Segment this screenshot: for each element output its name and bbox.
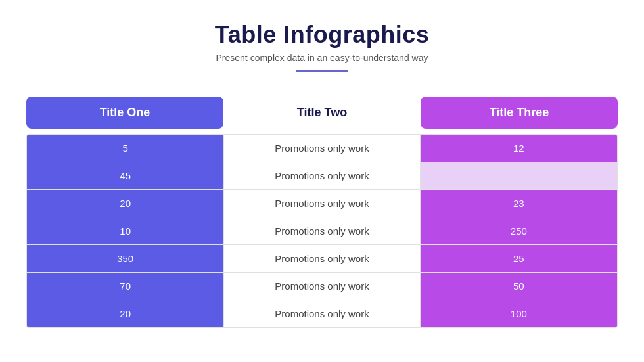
column-header-two: Title Two bbox=[223, 97, 421, 129]
table-row: 20Promotions only work100 bbox=[27, 300, 617, 327]
cell-col3: 50 bbox=[421, 273, 617, 300]
table-row: 45Promotions only work bbox=[27, 162, 617, 190]
cell-col2: Promotions only work bbox=[223, 245, 420, 272]
cell-col1: 20 bbox=[27, 190, 223, 217]
cell-col3: 12 bbox=[421, 135, 617, 162]
cell-col1: 45 bbox=[27, 162, 223, 189]
cell-col2: Promotions only work bbox=[223, 135, 420, 162]
cell-col1: 5 bbox=[27, 135, 223, 162]
table-row: 70Promotions only work50 bbox=[27, 273, 617, 300]
cell-col1: 350 bbox=[27, 245, 223, 272]
cell-col2: Promotions only work bbox=[223, 300, 420, 327]
page-subtitle: Present complex data in an easy-to-under… bbox=[215, 53, 429, 63]
table-row: 5Promotions only work12 bbox=[27, 135, 617, 162]
cell-col2: Promotions only work bbox=[223, 190, 420, 217]
cell-col3: 100 bbox=[421, 300, 617, 327]
column-header-one: Title One bbox=[26, 97, 223, 129]
column-header-three: Title Three bbox=[421, 97, 618, 129]
table-body: 5Promotions only work1245Promotions only… bbox=[26, 134, 618, 328]
cell-col3: 250 bbox=[421, 217, 617, 244]
cell-col2: Promotions only work bbox=[223, 162, 420, 189]
cell-col3 bbox=[421, 162, 617, 189]
cell-col1: 10 bbox=[27, 217, 223, 244]
header-divider bbox=[296, 70, 348, 72]
cell-col1: 70 bbox=[27, 273, 223, 300]
cell-col3: 25 bbox=[421, 245, 617, 272]
page-header: Table Infographics Present complex data … bbox=[215, 0, 429, 72]
table-row: 350Promotions only work25 bbox=[27, 245, 617, 273]
cell-col2: Promotions only work bbox=[223, 217, 420, 244]
infographic-table: Title One Title Two Title Three 5Promoti… bbox=[26, 97, 618, 328]
cell-col1: 20 bbox=[27, 300, 223, 327]
table-row: 10Promotions only work250 bbox=[27, 217, 617, 245]
table-header: Title One Title Two Title Three bbox=[26, 97, 618, 129]
cell-col2: Promotions only work bbox=[223, 273, 420, 300]
table-row: 20Promotions only work23 bbox=[27, 190, 617, 217]
cell-col3: 23 bbox=[421, 190, 617, 217]
page-title: Table Infographics bbox=[215, 21, 429, 49]
